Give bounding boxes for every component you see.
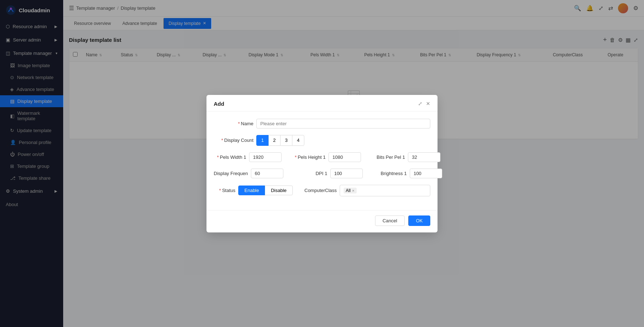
display-count-label: *Display Count (214, 138, 253, 143)
modal-close-icon[interactable]: ✕ (426, 101, 430, 106)
computer-class-field: ComputerClass All × (304, 185, 430, 196)
modal-expand-icon[interactable]: ⤢ (418, 101, 422, 106)
modal-body: *Name *Display Count 1 2 3 4 (206, 112, 438, 210)
modal-footer: Cancel OK (206, 210, 438, 232)
form-row-freq: Display Frequen DPI 1 Brightness 1 (214, 169, 430, 178)
bits-per-pel-input[interactable] (408, 152, 440, 162)
bits-per-pel-label: Bits Per Pel 1 (373, 154, 405, 160)
tag-close-icon[interactable]: × (352, 188, 354, 193)
brightness-field: Brightness 1 (374, 169, 442, 178)
name-input[interactable] (256, 119, 430, 128)
form-row-status: *Status Enable Disable ComputerClass All (214, 185, 430, 196)
form-row-display-count: *Display Count 1 2 3 4 (214, 135, 430, 146)
dpi-label: DPI 1 (295, 171, 327, 176)
brightness-input[interactable] (410, 169, 442, 178)
status-enable-btn[interactable]: Enable (238, 186, 265, 195)
dpi-field: DPI 1 (295, 169, 363, 178)
pels-height-input[interactable] (328, 152, 361, 162)
display-freq-input[interactable] (251, 169, 283, 178)
display-freq-field: Display Frequen (214, 169, 283, 178)
name-label: *Name (214, 121, 253, 126)
display-freq-label: Display Frequen (214, 171, 248, 176)
brightness-label: Brightness 1 (374, 171, 407, 176)
add-modal: Add ⤢ ✕ *Name *Display Count 1 (206, 95, 438, 232)
count-btn-1[interactable]: 1 (256, 135, 269, 146)
count-btn-3[interactable]: 3 (280, 135, 292, 146)
pels-height-label: *Pels Height 1 (293, 154, 326, 160)
dpi-input[interactable] (330, 169, 363, 178)
status-label: *Status (214, 188, 235, 193)
cancel-button[interactable]: Cancel (375, 215, 405, 226)
status-disable-btn[interactable]: Disable (265, 186, 292, 195)
status-buttons: Enable Disable (238, 186, 293, 195)
ok-button[interactable]: OK (408, 215, 430, 226)
count-btn-4[interactable]: 4 (292, 135, 304, 146)
modal-overlay: Add ⤢ ✕ *Name *Display Count 1 (0, 0, 644, 327)
computer-class-label: ComputerClass (304, 188, 337, 193)
pels-height-field: *Pels Height 1 (293, 152, 361, 162)
form-row-name: *Name (214, 119, 430, 128)
modal-header: Add ⤢ ✕ (206, 95, 438, 112)
computer-class-input[interactable]: All × (340, 185, 430, 196)
count-btn-2[interactable]: 2 (268, 135, 280, 146)
form-row-pels: *Pels Width 1 *Pels Height 1 Bits Per Pe… (214, 152, 430, 162)
bits-per-pel-field: Bits Per Pel 1 (373, 152, 440, 162)
computer-class-tag-all: All × (344, 188, 357, 193)
modal-title: Add (214, 101, 224, 107)
status-field: *Status Enable Disable (214, 186, 293, 195)
pels-width-input[interactable] (249, 152, 282, 162)
pels-width-label: *Pels Width 1 (214, 154, 246, 160)
modal-header-actions: ⤢ ✕ (418, 101, 430, 106)
pels-width-field: *Pels Width 1 (214, 152, 282, 162)
display-count-buttons: 1 2 3 4 (256, 135, 304, 146)
